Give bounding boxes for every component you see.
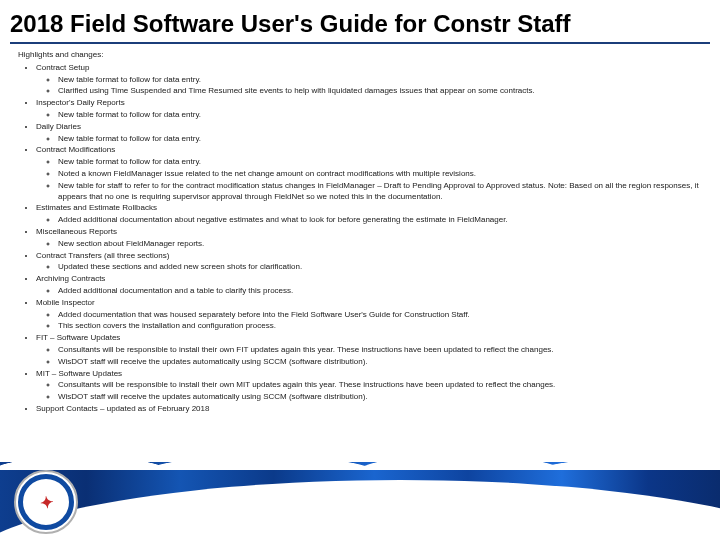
sub-list: Consultants will be responsible to insta… xyxy=(36,345,702,368)
list-item: MIT – Software UpdatesConsultants will b… xyxy=(36,369,702,403)
page-title: 2018 Field Software User's Guide for Con… xyxy=(0,0,720,42)
list-item: Daily DiariesNew table format to follow … xyxy=(36,122,702,145)
sub-list-item: Consultants will be responsible to insta… xyxy=(58,345,702,356)
list-item-label: Inspector's Daily Reports xyxy=(36,98,125,107)
list-item: Contract Transfers (all three sections)U… xyxy=(36,251,702,274)
list-item: Estimates and Estimate RollbacksAdded ad… xyxy=(36,203,702,226)
sub-list: Added additional documentation about neg… xyxy=(36,215,702,226)
list-item-label: MIT – Software Updates xyxy=(36,369,122,378)
document-body: Highlights and changes: Contract SetupNe… xyxy=(0,50,720,415)
sub-list-item: New section about FieldManager reports. xyxy=(58,239,702,250)
sub-list-item: New table for staff to refer to for the … xyxy=(58,181,702,203)
sub-list: New table format to follow for data entr… xyxy=(36,110,702,121)
list-item-label: Support Contacts – updated as of Februar… xyxy=(36,404,209,413)
sub-list-item: WisDOT staff will receive the updates au… xyxy=(58,357,702,368)
list-item-label: Miscellaneous Reports xyxy=(36,227,117,236)
list-item-label: Contract Setup xyxy=(36,63,89,72)
sub-list: New table format to follow for data entr… xyxy=(36,75,702,98)
sub-list: New table format to follow for data entr… xyxy=(36,157,702,202)
highlights-list: Contract SetupNew table format to follow… xyxy=(18,63,702,415)
sub-list-item: New table format to follow for data entr… xyxy=(58,75,702,86)
sub-list-item: This section covers the installation and… xyxy=(58,321,702,332)
sub-list-item: New table format to follow for data entr… xyxy=(58,134,702,145)
logo-mark: ✦ xyxy=(38,492,54,513)
list-item: Inspector's Daily ReportsNew table forma… xyxy=(36,98,702,121)
list-item-label: Estimates and Estimate Rollbacks xyxy=(36,203,157,212)
list-item-label: Mobile Inspector xyxy=(36,298,95,307)
list-item: Support Contacts – updated as of Februar… xyxy=(36,404,702,415)
list-item-label: Contract Transfers (all three sections) xyxy=(36,251,169,260)
wisdot-logo: ✦ xyxy=(14,470,78,534)
list-item: Archiving ContractsAdded additional docu… xyxy=(36,274,702,297)
list-item-label: FIT – Software Updates xyxy=(36,333,120,342)
list-item-label: Contract Modifications xyxy=(36,145,115,154)
sub-list-item: Updated these sections and added new scr… xyxy=(58,262,702,273)
title-underline xyxy=(10,42,710,44)
sub-list-item: Added additional documentation about neg… xyxy=(58,215,702,226)
sub-list-item: New table format to follow for data entr… xyxy=(58,110,702,121)
sub-list: Added additional documentation and a tab… xyxy=(36,286,702,297)
sub-list: New section about FieldManager reports. xyxy=(36,239,702,250)
list-item: Contract SetupNew table format to follow… xyxy=(36,63,702,97)
sub-list-item: Noted a known FieldManager issue related… xyxy=(58,169,702,180)
logo-ring: ✦ xyxy=(18,474,74,530)
sub-list-item: Consultants will be responsible to insta… xyxy=(58,380,702,391)
list-item-label: Archiving Contracts xyxy=(36,274,105,283)
sub-list-item: Added documentation that was housed sepa… xyxy=(58,310,702,321)
sub-list: Consultants will be responsible to insta… xyxy=(36,380,702,403)
sub-list: New table format to follow for data entr… xyxy=(36,134,702,145)
sub-list-item: Clarified using Time Suspended and Time … xyxy=(58,86,702,97)
sub-list-item: WisDOT staff will receive the updates au… xyxy=(58,392,702,403)
sub-list: Added documentation that was housed sepa… xyxy=(36,310,702,333)
sub-list: Updated these sections and added new scr… xyxy=(36,262,702,273)
sub-list-item: New table format to follow for data entr… xyxy=(58,157,702,168)
list-item: Mobile InspectorAdded documentation that… xyxy=(36,298,702,332)
list-item: Miscellaneous ReportsNew section about F… xyxy=(36,227,702,250)
list-item-label: Daily Diaries xyxy=(36,122,81,131)
sub-list-item: Added additional documentation and a tab… xyxy=(58,286,702,297)
list-item: FIT – Software UpdatesConsultants will b… xyxy=(36,333,702,367)
section-heading: Highlights and changes: xyxy=(18,50,702,61)
list-item: Contract ModificationsNew table format t… xyxy=(36,145,702,202)
